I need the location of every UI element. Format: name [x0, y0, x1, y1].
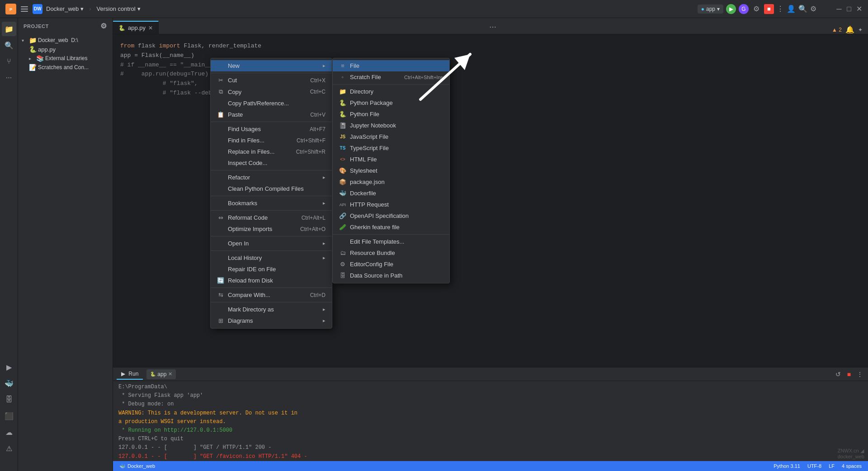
copy-icon: ⧉: [217, 88, 224, 95]
submenu-item-dockerfile[interactable]: 🐳 Dockerfile: [333, 188, 449, 199]
menu-item-new[interactable]: New ▸: [211, 60, 332, 71]
plugin-icon[interactable]: G: [739, 4, 749, 14]
openapi-icon: 🔗: [339, 212, 346, 219]
tree-arrow-libs: ▸: [29, 56, 34, 61]
submenu-item-package-json[interactable]: 📦 package.json: [333, 176, 449, 188]
menu-item-refactor[interactable]: Refactor ▸: [211, 172, 332, 183]
submenu-item-ts[interactable]: TS TypeScript File: [333, 142, 449, 154]
submenu-item-python-package[interactable]: 🐍 Python Package: [333, 97, 449, 108]
minimize-button[interactable]: ─: [835, 5, 843, 13]
menu-item-paste[interactable]: 📋 Paste Ctrl+V: [211, 109, 332, 120]
content-area: 🐍 app.py ✕ ⋯ ▲ 2 🔔 ✦ from flask import F…: [113, 18, 868, 471]
menu-item-open-in[interactable]: Open In ▸: [211, 238, 332, 249]
py-file-icon: 🐍: [29, 46, 36, 53]
activity-docker-icon[interactable]: 🐳: [2, 376, 16, 391]
menu-item-reformat[interactable]: ⇔ Reformat Code Ctrl+Alt+L: [211, 212, 332, 223]
submenu-item-openapi[interactable]: 🔗 OpenAPI Specification: [333, 210, 449, 221]
mark-dir-arrow-icon: ▸: [323, 306, 326, 312]
close-button[interactable]: ✕: [855, 5, 863, 13]
submenu-item-jupyter[interactable]: 📓 Jupyter Notebook: [333, 120, 449, 131]
titlebar: P DW Docker_web ▾ › Version control ▾ ● …: [0, 0, 868, 18]
py-package-icon: 🐍: [339, 99, 346, 106]
menu-item-cut[interactable]: ✂ Cut Ctrl+X: [211, 75, 332, 86]
file-tree: ▾ 📁 Docker_web D:\ 🐍 app.py ▸ 📚 External…: [18, 34, 113, 471]
menu-item-repair-ide[interactable]: Repair IDE on File: [211, 264, 332, 275]
hamburger-menu-icon[interactable]: [20, 5, 29, 14]
sub-sep-1: [333, 84, 449, 85]
paste-icon: 📋: [217, 111, 224, 118]
new-arrow-icon: ▸: [323, 63, 326, 69]
submenu-item-directory[interactable]: 📁 Directory: [333, 86, 449, 97]
menu-item-find-files[interactable]: Find in Files... Ctrl+Shift+F: [211, 135, 332, 146]
menu-item-compare-with[interactable]: ⇆ Compare With... Ctrl+D: [211, 289, 332, 301]
tree-item-apppy[interactable]: 🐍 app.py: [18, 45, 113, 54]
activity-terminal-icon[interactable]: ⬛: [2, 409, 16, 423]
activity-find-icon[interactable]: 🔍: [2, 38, 16, 52]
submenu-item-edit-templates[interactable]: Edit File Templates...: [333, 236, 449, 247]
tree-item-root[interactable]: ▾ 📁 Docker_web D:\: [18, 36, 113, 45]
run-app-button[interactable]: ● app ▾: [698, 5, 723, 14]
project-badge: DW: [33, 4, 42, 14]
submenu-item-html[interactable]: <> HTML File: [333, 154, 449, 165]
package-json-icon: 📦: [339, 179, 346, 185]
submenu-item-js[interactable]: JS JavaScript File: [333, 131, 449, 142]
submenu-item-file[interactable]: ≡ File: [333, 60, 449, 71]
tree-item-scratches[interactable]: 📝 Scratches and Con...: [18, 63, 113, 72]
activity-bar: 📁 🔍 ⑂ ··· ▶ 🐳 🗄 ⬛ ☁ ⚠: [0, 18, 18, 471]
tree-item-external-libs[interactable]: ▸ 📚 External Libraries: [18, 54, 113, 63]
bookmarks-arrow-icon: ▸: [323, 200, 326, 206]
vcs-button[interactable]: Version control ▾: [97, 5, 141, 12]
menu-sep-7: [211, 250, 332, 251]
activity-run-icon[interactable]: ▶: [2, 360, 16, 374]
menu-item-bookmarks[interactable]: Bookmarks ▸: [211, 198, 332, 209]
menu-item-clean-compiled[interactable]: Clean Python Compiled Files: [211, 183, 332, 194]
sidebar-settings-icon[interactable]: ⚙: [100, 22, 107, 30]
maximize-button[interactable]: □: [845, 5, 853, 13]
menu-sep-5: [211, 210, 332, 211]
menu-item-mark-directory[interactable]: Mark Directory as ▸: [211, 304, 332, 315]
data-source-icon: 🗄: [339, 272, 346, 279]
project-name-button[interactable]: Docker_web ▾: [46, 5, 84, 12]
more-actions-icon[interactable]: ⋮: [777, 5, 784, 13]
activity-problems-icon[interactable]: ⚠: [2, 441, 16, 456]
settings-icon[interactable]: ⚙: [751, 4, 761, 14]
menu-item-diagrams[interactable]: ⊞ Diagrams ▸: [211, 315, 332, 326]
submenu-item-http[interactable]: API HTTP Request: [333, 199, 449, 210]
menu-item-optimize-imports[interactable]: Optimize Imports Ctrl+Alt+O: [211, 223, 332, 235]
activity-git-icon[interactable]: ☁: [2, 425, 16, 439]
run-button[interactable]: ▶: [726, 4, 736, 14]
submenu-item-scratch[interactable]: ◦ Scratch File Ctrl+Alt+Shift+Ins: [333, 71, 449, 83]
reformat-icon: ⇔: [217, 214, 224, 221]
http-icon: API: [339, 203, 346, 207]
menu-sep-3: [211, 170, 332, 170]
jupyter-icon: 📓: [339, 122, 346, 129]
ts-icon: TS: [339, 146, 346, 151]
submenu-item-data-source[interactable]: 🗄 Data Source in Path: [333, 270, 449, 281]
submenu-item-resource-bundle[interactable]: 🗂 Resource Bundle: [333, 247, 449, 259]
menu-item-inspect[interactable]: Inspect Code...: [211, 157, 332, 169]
menu-item-local-history[interactable]: Local History ▸: [211, 252, 332, 264]
profile-icon[interactable]: 👤: [787, 5, 796, 13]
submenu-item-editorconfig[interactable]: ⚙ EditorConfig File: [333, 259, 449, 270]
activity-dots-icon[interactable]: ···: [2, 71, 16, 85]
submenu-item-gherkin[interactable]: 🥒 Gherkin feature file: [333, 221, 449, 233]
submenu-item-python-file[interactable]: 🐍 Python File: [333, 108, 449, 120]
menu-item-reload-disk[interactable]: 🔄 Reload from Disk: [211, 275, 332, 286]
ide-settings-icon[interactable]: ⚙: [810, 5, 816, 13]
sidebar-header: Project ⚙: [18, 18, 113, 34]
activity-vcs-icon[interactable]: ⑂: [2, 54, 16, 69]
menu-item-replace-files[interactable]: Replace in Files... Ctrl+Shift+R: [211, 146, 332, 157]
activity-database-icon[interactable]: 🗄: [2, 392, 16, 407]
stop-button[interactable]: ■: [764, 4, 774, 14]
menu-item-copy[interactable]: ⧉ Copy Ctrl+C: [211, 86, 332, 98]
svg-text:P: P: [9, 7, 12, 12]
menu-item-find-usages[interactable]: Find Usages Alt+F7: [211, 123, 332, 135]
menu-item-copy-path[interactable]: Copy Path/Reference...: [211, 98, 332, 109]
scratches-icon: 📝: [29, 64, 36, 71]
context-menu-overlay[interactable]: New ▸ ✂ Cut Ctrl+X ⧉ Copy Ctrl+C Copy Pa…: [113, 18, 868, 471]
search-icon[interactable]: 🔍: [798, 5, 807, 13]
activity-project-icon[interactable]: 📁: [2, 22, 16, 36]
submenu-item-stylesheet[interactable]: 🎨 Stylesheet: [333, 165, 449, 176]
sidebar: Project ⚙ ▾ 📁 Docker_web D:\ 🐍 app.py ▸ …: [18, 18, 113, 471]
new-submenu: ≡ File ◦ Scratch File Ctrl+Alt+Shift+Ins…: [332, 58, 450, 283]
